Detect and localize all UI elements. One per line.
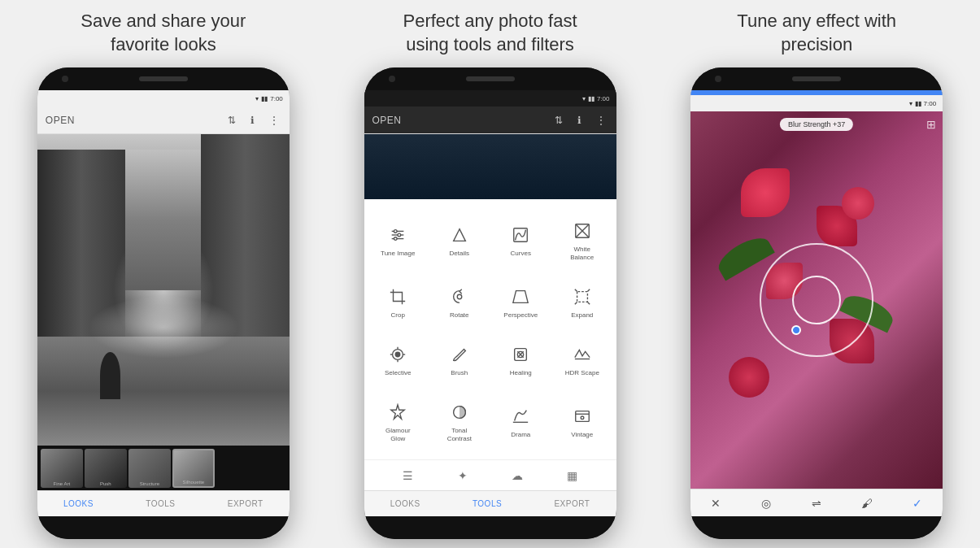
layers-icon-2[interactable]: ⇅ (551, 113, 566, 128)
phone-3-camera (715, 76, 721, 82)
expand-icon (571, 285, 594, 308)
tool-brush[interactable]: Brush (429, 329, 490, 387)
phone-1: ▾▮▮7:00 OPEN ⇅ ℹ ⋮ (37, 67, 290, 539)
phone-speaker (139, 76, 188, 81)
blur-strength-text: Blur Strength +37 (788, 120, 845, 128)
confirm-ctrl[interactable]: ✓ (908, 494, 927, 513)
phone-3-screen: ▾▮▮7:00 (690, 90, 943, 516)
tool-glamour[interactable]: GlamourGlow (368, 387, 429, 453)
bw-photo (37, 134, 290, 446)
tool-tonal[interactable]: TonalContrast (429, 387, 490, 453)
nav-tools-2[interactable]: TOOLS (473, 499, 502, 508)
healing-icon (509, 343, 532, 366)
drama-icon (509, 405, 532, 428)
tool-wb[interactable]: WhiteBalance (551, 206, 613, 272)
tool-selective[interactable]: Selective (368, 329, 429, 387)
nav-tools-1[interactable]: TOOLS (146, 499, 175, 508)
layers-icon[interactable]: ⇅ (224, 113, 239, 128)
glamour-icon (386, 401, 409, 424)
nav-looks-2[interactable]: LOOKS (390, 499, 420, 508)
phone3-controls: ✕ ◎ ⇌ 🖌 ✓ (690, 489, 943, 516)
sliders-ctrl[interactable]: ⇌ (807, 494, 826, 513)
brush-icon (448, 343, 471, 366)
thumbnail-4[interactable]: Silhouette (172, 449, 215, 488)
hdr-icon (571, 343, 594, 366)
more-tool-3[interactable]: ☁ (508, 467, 526, 485)
flower-1 (741, 168, 790, 217)
panel-3: Tune any effect with precision ▾▮▮7:00 (653, 0, 980, 548)
tool-vintage[interactable]: Vintage (551, 387, 613, 453)
phone-2-speaker (466, 76, 515, 81)
tool-hdr[interactable]: HDR Scape (551, 329, 613, 387)
nav-export-2[interactable]: EXPORT (554, 499, 590, 508)
blur-strength-badge: Blur Strength +37 (780, 118, 853, 131)
nav-export-1[interactable]: EXPORT (228, 499, 264, 508)
thumbnail-1[interactable]: Fine Art (41, 449, 83, 488)
tool-rotate[interactable]: Rotate (429, 272, 490, 329)
tool-perspective[interactable]: Perspective (490, 272, 552, 329)
phone-camera (62, 76, 68, 82)
svg-point-4 (398, 233, 401, 237)
tools-grid: Tune Image Details (364, 199, 616, 459)
app-bar-actions-2: ⇅ ℹ ⋮ (551, 113, 608, 128)
thumb-label-2: Push (85, 481, 127, 486)
caption-line1-p2: Perfect any photo fast (403, 11, 577, 31)
tool-label-glamour: GlamourGlow (385, 427, 411, 442)
tool-label-tune: Tune Image (381, 250, 415, 258)
wb-icon (571, 220, 594, 242)
tool-tune-image[interactable]: Tune Image (368, 206, 429, 272)
phone-2: ▾▮▮7:00 OPEN ⇅ ℹ ⋮ (364, 67, 616, 539)
corner-icon[interactable]: ⊞ (926, 118, 936, 131)
tool-label-healing: Healing (510, 369, 532, 377)
flower-photo: Blur Strength +37 ⊞ (690, 111, 943, 489)
status-icons-3: ▾▮▮7:00 (909, 100, 937, 107)
blur-circle-inner (792, 276, 841, 324)
phone-2-top (364, 67, 616, 90)
panel-3-caption: Tune any effect with precision (737, 10, 896, 56)
tool-healing[interactable]: Healing (490, 329, 552, 387)
info-icon[interactable]: ℹ (246, 113, 260, 128)
tool-label-tonal: TonalContrast (447, 427, 472, 442)
thumbnail-2[interactable]: Push (85, 449, 127, 488)
bottom-nav-1: LOOKS TOOLS EXPORT (37, 490, 290, 516)
close-ctrl[interactable]: ✕ (706, 494, 725, 513)
thumbnail-3[interactable]: Structure (128, 449, 171, 488)
tool-curves[interactable]: Curves (490, 206, 552, 272)
thumb-label-1: Fine Art (41, 481, 83, 486)
phone-3-speaker (792, 76, 841, 81)
app-bar-actions-1: ⇅ ℹ ⋮ (224, 113, 281, 128)
more-tool-4[interactable]: ▦ (564, 467, 581, 485)
tool-expand[interactable]: Expand (551, 272, 613, 329)
caption-line2-p2: using tools and filters (406, 34, 574, 54)
app-bar-1: OPEN ⇅ ℹ ⋮ (37, 107, 290, 134)
more-icon-2[interactable]: ⋮ (594, 113, 608, 128)
perspective-icon (509, 285, 532, 308)
status-time-3: 7:00 (924, 100, 937, 107)
svg-point-3 (394, 229, 398, 233)
nav-looks-1[interactable]: LOOKS (63, 499, 94, 508)
tools-container: Tune Image Details (364, 199, 616, 516)
tool-label-curves: Curves (511, 250, 531, 258)
svg-rect-11 (577, 291, 587, 302)
info-icon-2[interactable]: ℹ (573, 113, 587, 128)
phone-1-bottom (37, 516, 290, 539)
more-tool-2[interactable]: ✦ (454, 467, 472, 485)
circle-ctrl[interactable]: ◎ (756, 494, 776, 513)
tool-details[interactable]: Details (429, 206, 490, 272)
flower-6 (729, 357, 769, 398)
more-tool-1[interactable]: ☰ (399, 467, 416, 485)
more-icon[interactable]: ⋮ (267, 113, 281, 128)
tool-crop[interactable]: Crop (368, 272, 429, 329)
blur-dot[interactable] (791, 325, 801, 335)
status-icons-1: ▾▮▮7:00 (255, 95, 283, 102)
main-container: Save and share your favorite looks ▾▮▮7:… (0, 0, 980, 548)
flower-bg: Blur Strength +37 ⊞ (690, 111, 943, 489)
tool-drama[interactable]: Drama (490, 387, 552, 453)
vintage-icon (571, 405, 594, 428)
phone-3: ▾▮▮7:00 (690, 67, 943, 539)
svg-point-13 (396, 352, 401, 357)
svg-point-5 (394, 237, 398, 241)
tool-label-rotate: Rotate (450, 311, 469, 320)
paint-ctrl[interactable]: 🖌 (857, 494, 877, 513)
tool-label-details: Details (450, 250, 469, 258)
